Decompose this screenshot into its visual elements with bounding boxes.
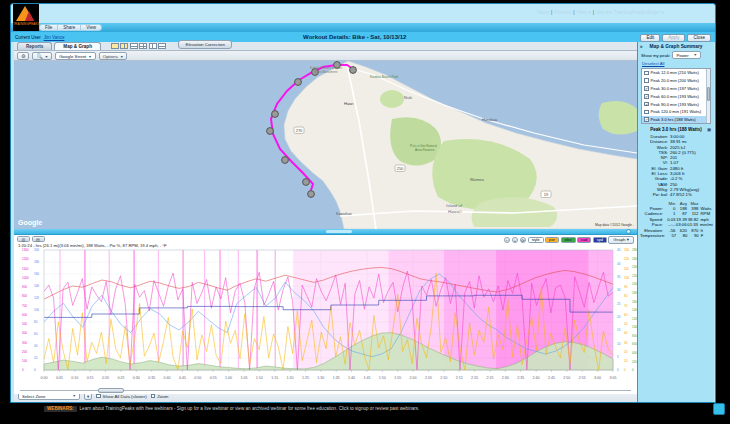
- peak-checkbox[interactable]: [644, 110, 649, 115]
- peak-list-scrollbar[interactable]: [706, 69, 711, 123]
- layout-icon-1[interactable]: [111, 43, 119, 49]
- layout-icon-6[interactable]: [158, 43, 166, 49]
- route-mile-marker[interactable]: [308, 191, 315, 198]
- x-axis-tick-label: 2:40: [533, 376, 540, 380]
- route-mile-marker[interactable]: [295, 79, 302, 86]
- x-axis-tick-label: 0:50: [194, 376, 201, 380]
- svg-text:100: 100: [624, 276, 629, 280]
- route-mile-marker[interactable]: [272, 111, 279, 118]
- peak-checkbox[interactable]: ✓: [644, 86, 649, 91]
- workout-chart[interactable]: 0100200300400500600700800900100011001200…: [14, 248, 637, 383]
- divider-grip[interactable]: [326, 230, 352, 233]
- graph-scrollbar: [14, 387, 637, 394]
- notification-widget[interactable]: [713, 403, 725, 415]
- peak-highlight-band: [256, 250, 258, 370]
- zoom-in-icon[interactable]: +: [512, 237, 519, 244]
- peak-row[interactable]: Peak 20.0 min (200 Watts): [642, 77, 710, 85]
- style-chip[interactable]: style: [528, 237, 544, 244]
- show-all-data-checkbox[interactable]: Show All Data (slower): [96, 394, 147, 399]
- x-axis-tick-label: 0:00: [41, 376, 48, 380]
- edit-button[interactable]: Edit: [640, 34, 660, 43]
- peak-checkbox[interactable]: [644, 78, 649, 83]
- route-mile-marker[interactable]: [303, 179, 310, 186]
- webinar-status-bar[interactable]: WEBINARS: Learn about TrainingPeaks with…: [10, 404, 716, 413]
- legend-chip-spd[interactable]: spd: [593, 237, 607, 244]
- tab-map-graph[interactable]: Map & Graph: [54, 42, 101, 50]
- layout-icon-5[interactable]: [149, 43, 157, 49]
- map-label: Hawai'i: [448, 209, 462, 214]
- menu-share[interactable]: Share: [58, 25, 81, 30]
- legend-chip-elev[interactable]: elev: [561, 237, 576, 244]
- top-link-get-the-trainingpeaks-edge-[interactable]: Get the TrainingPeaks Edge! ▾: [596, 9, 664, 15]
- webinar-text: Learn about TrainingPeaks with free webi…: [80, 406, 420, 411]
- legend-chip-cad[interactable]: cad: [577, 237, 591, 244]
- peak-row[interactable]: ✓Peak 30.0 min (197 Watts): [642, 85, 710, 93]
- panel-collapse-icon[interactable]: »: [640, 44, 643, 49]
- map-options-button[interactable]: Options▼: [99, 52, 128, 60]
- map-svg: Kohala Historical SitesState MonumentKeo…: [14, 61, 637, 229]
- layout-icon-4[interactable]: [139, 43, 147, 49]
- svg-text:10: 10: [624, 359, 628, 363]
- map-type-select[interactable]: Google Street▼: [55, 52, 96, 60]
- peak-list: Peak 12.0 min (210 Watts)Peak 20.0 min (…: [641, 68, 711, 124]
- current-user-link[interactable]: Jim Vance: [44, 35, 65, 40]
- graph-menu-button[interactable]: Graph ▾: [608, 236, 634, 244]
- legend-chip-pwr[interactable]: pwr: [545, 237, 559, 244]
- peak-label: Peak 3.0 hrs (188 Watts): [651, 117, 696, 122]
- peak-row[interactable]: Peak 12.0 min (210 Watts): [642, 69, 710, 77]
- zoom-reset-icon[interactable]: ⟳: [520, 237, 527, 244]
- peak-row[interactable]: Peak 120.0 min (191 Watts): [642, 108, 710, 116]
- peak-row[interactable]: ✓Peak 90.0 min (193 Watts): [642, 100, 710, 108]
- menu-view[interactable]: View: [81, 25, 101, 30]
- zoom-out-icon[interactable]: −: [504, 237, 511, 244]
- show-my-peak-label: Show my peak:: [641, 53, 670, 58]
- peak-checkbox[interactable]: ✓: [644, 102, 649, 107]
- chevron-down-icon: ▼: [45, 55, 48, 59]
- svg-text:15: 15: [617, 328, 621, 332]
- svg-text:80: 80: [34, 320, 38, 324]
- zoom-checkbox[interactable]: Zoom: [151, 394, 169, 399]
- peak-stats: Duration:3:00:00Distance:38.91 miWork:20…: [640, 134, 712, 198]
- peak-highlight-band: [204, 250, 205, 370]
- x-axis-tick-label: 1:50: [379, 376, 386, 380]
- layout-icon-2[interactable]: [120, 43, 128, 49]
- min-avg-max-table: MinAvgMaxPower:0188398WattsCadence:18711…: [640, 201, 712, 239]
- route-mile-marker[interactable]: [350, 67, 357, 74]
- x-axis-tick-label: 2:45: [548, 376, 555, 380]
- route-mile-marker[interactable]: [267, 128, 274, 135]
- peak-type-select[interactable]: Power▼: [672, 51, 701, 59]
- tab-reports[interactable]: Reports: [17, 42, 52, 50]
- close-button[interactable]: Close: [687, 34, 711, 43]
- route-mile-marker[interactable]: [282, 157, 289, 164]
- x-axis-tick-label: 1:40: [348, 376, 355, 380]
- peak-checkbox[interactable]: [644, 71, 649, 76]
- menu-file[interactable]: File: [40, 25, 58, 30]
- export-icon[interactable]: ▣: [707, 127, 711, 132]
- map-label: Area Reserve: [415, 148, 435, 152]
- svg-text:270: 270: [296, 128, 303, 133]
- layout-icon-3[interactable]: [130, 43, 138, 49]
- peak-row[interactable]: ✓Peak 60.0 min (193 Watts): [642, 92, 710, 100]
- svg-text:40: 40: [624, 331, 628, 335]
- map-attribution: Map data ©2012 Google -: [595, 223, 634, 227]
- chevron-down-icon: ▼: [120, 55, 123, 59]
- zoom-tool-button[interactable]: 🔍▼: [32, 52, 52, 60]
- x-axis-tick-label: 2:00: [410, 376, 417, 380]
- map-canvas[interactable]: Kohala Historical SitesState MonumentKeo…: [14, 61, 637, 229]
- peak-checkbox[interactable]: ✓: [644, 117, 649, 122]
- scrollbar-thumb[interactable]: [98, 388, 124, 393]
- peak-checkbox[interactable]: ✓: [644, 94, 649, 99]
- peak-row[interactable]: ✓Peak 3.0 hrs (188 Watts): [642, 116, 710, 124]
- graph-view-button-1[interactable]: ▥: [17, 236, 30, 242]
- svg-text:160: 160: [34, 272, 39, 276]
- graph-view-button-2[interactable]: ▤: [32, 236, 45, 242]
- elevation-correction-button[interactable]: Elevation Correction: [178, 40, 232, 49]
- menu-bar: FileShareView: [11, 23, 715, 32]
- gear-icon[interactable]: ⚙: [17, 52, 29, 60]
- top-link-forums[interactable]: Forums: [554, 9, 571, 15]
- deselect-all-link[interactable]: Deselect All: [642, 61, 664, 66]
- top-link-help[interactable]: Help ▾: [577, 9, 591, 15]
- top-link-store[interactable]: Store: [537, 9, 549, 15]
- svg-text:60: 60: [34, 332, 38, 336]
- graph-toolbar-right: −+⟳stylepwrelevcadspdGraph ▾: [504, 236, 634, 244]
